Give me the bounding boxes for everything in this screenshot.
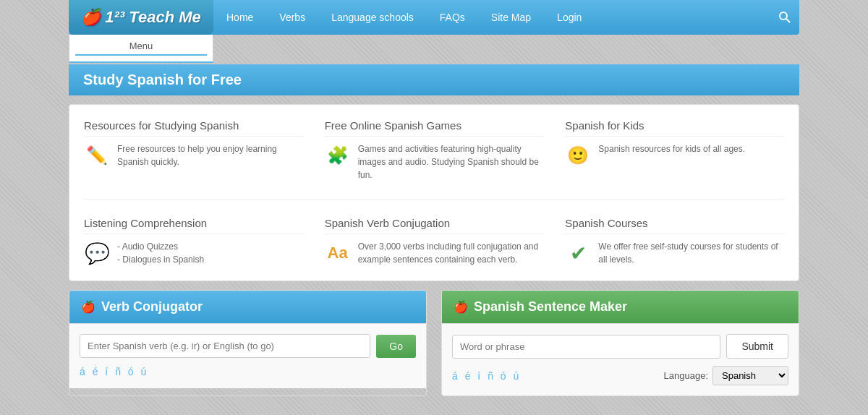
face-icon: 🙂 [565,142,591,168]
feature-kids[interactable]: Spanish for Kids 🙂 Spanish resources for… [565,119,784,181]
feature-courses-body: ✔ We offer free self-study courses for s… [565,240,784,266]
verb-accents[interactable]: á é í ñ ó ú [80,366,148,377]
feature-conjugation-title: Spanish Verb Conjugation [325,217,544,234]
feature-kids-title: Spanish for Kids [565,119,784,137]
feature-resources-body: ✏️ Free resources to help you enjoy lear… [84,142,303,168]
feature-games-body: 🧩 Games and activities featuring high-qu… [325,142,544,181]
nav-verbs[interactable]: Verbs [266,0,318,35]
sentence-input-row: Submit [452,334,788,359]
features-grid: Resources for Studying Spanish ✏️ Free r… [84,119,784,266]
study-banner: Study Spanish for Free [69,64,799,95]
feature-games-title: Free Online Spanish Games [325,119,544,137]
menu-label[interactable]: Menu [69,35,213,63]
menu-text: Menu [129,40,153,51]
sentence-accents[interactable]: á é í ñ ó ú [452,370,521,382]
feature-conjugation-body: Aa Over 3,000 verbs including full conju… [325,240,544,266]
feature-kids-body: 🙂 Spanish resources for kids of all ages… [565,142,784,168]
verb-conjugator-box: 🍎 Verb Conjugator Go á é í ñ ó ú [69,290,427,396]
logo-text: 1²³ Teach Me [105,8,200,26]
apple-icon-blue: 🍎 [81,300,95,314]
pencil-icon: ✏️ [84,142,110,168]
sentence-maker-body: Submit á é í ñ ó ú Language: Spanish Fre… [442,323,799,395]
feature-divider [84,199,784,200]
feature-kids-desc: Spanish resources for kids of all ages. [598,142,745,155]
sentence-maker-header: 🍎 Spanish Sentence Maker [442,291,799,323]
feature-courses-title: Spanish Courses [565,217,784,234]
search-icon[interactable] [770,11,799,24]
go-button[interactable]: Go [376,335,416,358]
feature-courses[interactable]: Spanish Courses ✔ We offer free self-stu… [565,217,784,266]
feature-games[interactable]: Free Online Spanish Games 🧩 Games and ac… [325,119,544,181]
submit-button[interactable]: Submit [726,334,788,359]
sentence-input[interactable] [452,335,720,359]
site-logo[interactable]: 🍎 1²³ Teach Me [81,8,201,27]
nav-login[interactable]: Login [544,0,595,35]
tools-row: 🍎 Verb Conjugator Go á é í ñ ó ú 🍎 Spani… [69,290,799,396]
sentence-bottom-row: á é í ñ ó ú Language: Spanish French Ita… [452,366,788,385]
svg-point-0 [780,12,787,20]
main-card: Resources for Studying Spanish ✏️ Free r… [69,104,799,281]
language-selector-row: Language: Spanish French Italian Portugu… [664,366,788,385]
puzzle-icon: 🧩 [325,142,351,168]
feature-courses-desc: We offer free self-study courses for stu… [598,240,784,266]
banner-title: Study Spanish for Free [83,72,242,87]
nav-language-schools[interactable]: Language schools [318,0,427,35]
feature-resources-desc: Free resources to help you enjoy learnin… [117,142,303,168]
feature-conjugation-desc: Over 3,000 verbs including full conjugat… [358,240,544,266]
font-icon: Aa [325,240,351,266]
language-label: Language: [664,370,708,381]
feature-listening-title: Listening Comprehension [84,217,303,234]
feature-listening-desc: - Audio Quizzes - Dialogues in Spanish [117,240,204,266]
header: 🍎 1²³ Teach Me Home Verbs Language schoo… [69,0,799,35]
apple-icon-green: 🍎 [454,300,468,314]
feature-listening-body: 💬 - Audio Quizzes - Dialogues in Spanish [84,240,303,266]
language-select[interactable]: Spanish French Italian Portuguese [712,366,788,385]
check-icon: ✔ [565,240,591,266]
svg-line-1 [786,19,790,22]
verb-conjugator-header: 🍎 Verb Conjugator [69,291,426,323]
chat-icon: 💬 [84,240,110,266]
nav-sitemap[interactable]: Site Map [478,0,544,35]
logo-area: 🍎 1²³ Teach Me [69,0,213,35]
sentence-maker-box: 🍎 Spanish Sentence Maker Submit á é í ñ … [441,290,799,396]
feature-games-desc: Games and activities featuring high-qual… [358,142,544,181]
nav-links: Home Verbs Language schools FAQs Site Ma… [213,0,799,35]
verb-input-row: Go [80,334,416,358]
sentence-maker-title: Spanish Sentence Maker [474,299,627,315]
verb-conjugator-title: Verb Conjugator [101,299,203,315]
verb-accent-chars: á é í ñ ó ú [80,365,416,378]
feature-resources-title: Resources for Studying Spanish [84,119,303,137]
verb-conjugator-body: Go á é í ñ ó ú [69,323,426,388]
verb-input[interactable] [80,334,370,358]
nav-faqs[interactable]: FAQs [427,0,478,35]
feature-resources[interactable]: Resources for Studying Spanish ✏️ Free r… [84,119,303,181]
feature-conjugation[interactable]: Spanish Verb Conjugation Aa Over 3,000 v… [325,217,544,266]
nav-home[interactable]: Home [213,0,266,35]
feature-listening[interactable]: Listening Comprehension 💬 - Audio Quizze… [84,217,303,266]
